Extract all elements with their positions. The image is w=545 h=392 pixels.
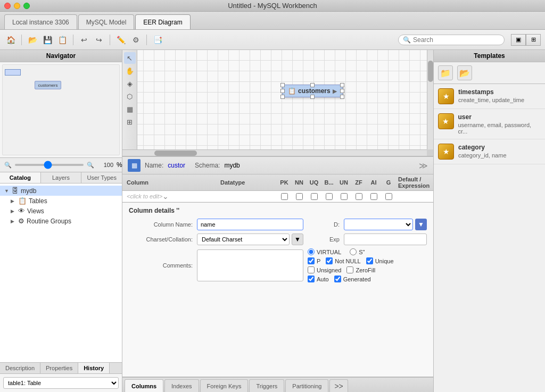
table-name-value[interactable]: custor	[168, 162, 185, 169]
toolbar-saveas-button[interactable]: 📋	[56, 34, 69, 46]
zerofill-checkbox[interactable]	[346, 266, 353, 273]
tab-mysql-model[interactable]: MySQL Model	[78, 14, 135, 29]
cell-uq[interactable]	[307, 193, 321, 200]
template-item-category[interactable]: ★ category category_id, name	[434, 139, 545, 164]
tool-table[interactable]: ▦	[124, 103, 136, 115]
p-label: P	[317, 258, 320, 264]
datatype-button[interactable]: ▼	[415, 219, 427, 230]
table-row[interactable]: <click to edit> ⌄	[122, 191, 433, 202]
minimize-button[interactable]	[14, 3, 20, 9]
canvas-scroll-thumb-h[interactable]	[154, 151, 197, 156]
col-header-pk: PK	[277, 179, 292, 186]
cb-b[interactable]	[326, 193, 333, 200]
close-button[interactable]	[4, 3, 11, 9]
template-item-user[interactable]: ★ user username, email, password, cr...	[434, 109, 545, 139]
bottom-tab-partitioning[interactable]: Partitioning	[285, 379, 328, 392]
bottom-tab-indexes[interactable]: Indexes	[164, 379, 199, 392]
canvas-scrollbar-h[interactable]	[122, 149, 427, 156]
tool-zoom[interactable]: ⬡	[124, 90, 136, 102]
toolbar-save-button[interactable]: 💾	[41, 34, 54, 46]
template-name-timestamps: timestamps	[458, 88, 524, 96]
zoom-in-icon[interactable]: 🔍	[87, 162, 94, 169]
tab-history[interactable]: History	[78, 363, 110, 373]
cb-un[interactable]	[341, 193, 348, 200]
datatype-select[interactable]	[344, 219, 413, 230]
tab-description[interactable]: Description	[0, 363, 40, 373]
toolbar-open-button[interactable]: 📂	[26, 34, 39, 46]
cell-name[interactable]: <click to edit> ⌄	[122, 192, 218, 201]
bottom-tab-foreign-keys[interactable]: Foreign Keys	[200, 379, 249, 392]
catalog-tabs: Catalog Layers User Types	[0, 172, 122, 184]
toolbar-settings-button[interactable]: ⚙	[129, 34, 142, 46]
zoom-slider[interactable]	[15, 164, 84, 166]
cb-ai[interactable]	[370, 193, 377, 200]
cell-g[interactable]	[381, 193, 396, 200]
zoom-out-icon[interactable]: 🔍	[4, 162, 12, 169]
charset-button[interactable]: ▼	[292, 233, 303, 245]
eer-table-customers[interactable]: 📋 customers ▶	[282, 85, 343, 97]
template-add-button[interactable]: 📁	[438, 65, 453, 80]
toolbar-redo-button[interactable]: ↪	[93, 34, 105, 46]
tab-local-instance[interactable]: Local instance 3306	[4, 14, 77, 29]
generated-checkbox[interactable]	[334, 276, 341, 282]
bottom-tab-triggers[interactable]: Triggers	[249, 379, 284, 392]
canvas-scroll-thumb-v[interactable]	[428, 61, 433, 82]
tool-select[interactable]: ↖	[124, 52, 136, 64]
tab-properties[interactable]: Properties	[40, 363, 78, 373]
toolbar-copy-button[interactable]: 📑	[151, 34, 164, 46]
cell-pk[interactable]	[277, 193, 292, 200]
tool-relation[interactable]: ⊞	[124, 116, 136, 128]
cb-zf[interactable]	[356, 193, 362, 200]
cell-un[interactable]	[336, 193, 351, 200]
charset-select[interactable]: Default Charset	[197, 233, 290, 245]
tab-layers[interactable]: Layers	[41, 172, 82, 183]
tab-user-types[interactable]: User Types	[81, 172, 122, 183]
tree-item-views[interactable]: ▶ 👁 Views	[0, 206, 122, 216]
comments-textarea[interactable]	[197, 249, 303, 281]
tree-item-routine-groups[interactable]: ▶ ⚙ Routine Groups	[0, 216, 122, 226]
toolbar-edit-button[interactable]: ✏️	[114, 34, 127, 46]
auto-checkbox[interactable]	[308, 276, 315, 282]
datatype-label: D:	[308, 221, 340, 228]
cell-b[interactable]	[321, 193, 336, 200]
virtual-radio[interactable]	[308, 248, 315, 255]
cell-ai[interactable]	[366, 193, 381, 200]
nav-controls: 🔍 🔍 100 % ⌥	[0, 158, 122, 172]
column-details-title: Column details ''	[129, 207, 427, 214]
view-split-button[interactable]: ⊞	[526, 34, 541, 46]
eer-canvas[interactable]: ↖ ✋ ◈ ⬡ ▦ ⊞ �	[122, 50, 433, 156]
not-null-checkbox[interactable]	[326, 257, 333, 264]
table-editor-icon: ▦	[128, 159, 141, 172]
tool-hand[interactable]: ✋	[124, 65, 136, 77]
exp-input[interactable]	[344, 233, 427, 245]
p-checkbox[interactable]	[308, 257, 315, 264]
template-folder-button[interactable]: 📂	[457, 65, 472, 80]
cb-nn[interactable]	[296, 193, 303, 200]
cb-g[interactable]	[385, 193, 392, 200]
collapse-button[interactable]: ≫	[419, 161, 428, 171]
search-input[interactable]	[413, 36, 500, 44]
s-radio[interactable]	[350, 248, 357, 255]
canvas-scrollbar-v[interactable]	[427, 50, 433, 149]
template-item-timestamps[interactable]: ★ timestamps create_time, update_time	[434, 84, 545, 109]
toolbar-home-button[interactable]: 🏠	[4, 34, 17, 46]
unique-checkbox[interactable]	[366, 257, 373, 264]
table-select[interactable]: table1: Table	[3, 377, 119, 389]
tool-eraser[interactable]: ◈	[124, 78, 136, 89]
tree-item-mydb[interactable]: ▼ 🗄 mydb	[0, 186, 122, 196]
cb-uq[interactable]	[311, 193, 318, 200]
tab-catalog[interactable]: Catalog	[0, 172, 41, 183]
unsigned-checkbox[interactable]	[308, 266, 315, 273]
view-single-button[interactable]: ▣	[511, 34, 526, 46]
bottom-tab-columns[interactable]: Columns	[125, 379, 163, 392]
toolbar-undo-button[interactable]: ↩	[78, 34, 90, 46]
unique-label: Unique	[375, 258, 394, 264]
cell-zf[interactable]	[351, 193, 366, 200]
tab-eer-diagram[interactable]: EER Diagram	[135, 14, 190, 29]
cell-nn[interactable]	[292, 193, 307, 200]
bottom-tab-more[interactable]: >>	[329, 379, 348, 392]
maximize-button[interactable]	[23, 3, 30, 9]
column-name-input[interactable]	[197, 219, 303, 230]
tree-item-tables[interactable]: ▶ 📋 Tables	[0, 196, 122, 206]
cb-pk[interactable]	[281, 193, 288, 200]
